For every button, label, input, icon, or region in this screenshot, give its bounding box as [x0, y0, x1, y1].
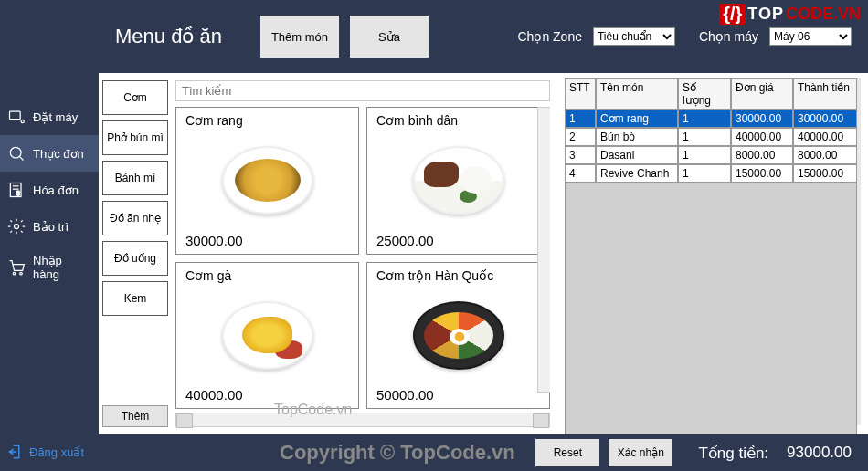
table-header: Số lượng [678, 78, 731, 110]
total-value: 93000.00 [787, 444, 852, 462]
machine-label: Chọn máy [699, 29, 758, 44]
order-table[interactable]: STTTên mónSố lượngĐơn giáThành tiền 1Cơm… [565, 78, 861, 425]
menu-card-name: Cơm trộn Hàn Quốc [376, 268, 540, 283]
menu-card-0[interactable]: Cơm rang30000.00 [175, 107, 359, 255]
svg-text:$: $ [16, 190, 20, 196]
menu-card-name: Cơm gà [185, 268, 349, 283]
menu-card-price: 25000.00 [376, 233, 540, 248]
menu-grid: Cơm rang30000.00Cơm bình dân25000.00Cơm … [175, 107, 550, 409]
sidebar-item-1[interactable]: Thực đơn [0, 135, 99, 172]
svg-point-10 [20, 272, 23, 275]
machine-select[interactable]: Máy 06 [769, 27, 852, 46]
table-filler [565, 183, 861, 438]
menu-card-1[interactable]: Cơm bình dân25000.00 [366, 107, 550, 255]
table-header: Tên món [596, 78, 678, 110]
category-5[interactable]: Kem [102, 281, 168, 316]
table-header: Đơn giá [731, 78, 793, 110]
category-0[interactable]: Cơm [102, 80, 168, 115]
category-3[interactable]: Đồ ăn nhẹ [102, 201, 168, 236]
confirm-button[interactable]: Xác nhận [609, 439, 672, 466]
menu-card-3[interactable]: Cơm trộn Hàn Quốc50000.00 [366, 262, 550, 410]
menu-card-image [376, 131, 540, 231]
table-row[interactable]: 3Dasani18000.008000.00 [565, 146, 861, 164]
scrollbar-horizontal[interactable] [175, 413, 550, 427]
sidebar-item-label: Đặt máy [33, 110, 78, 124]
menu-card-2[interactable]: Cơm gà40000.00 [175, 262, 359, 410]
category-2[interactable]: Bánh mì [102, 161, 168, 195]
sidebar-item-4[interactable]: Nhập hàng [0, 245, 99, 290]
sidebar-item-label: Nhập hàng [33, 254, 91, 281]
category-add-button[interactable]: Thêm [102, 405, 168, 427]
main-area: CơmPhở bún mìBánh mìĐồ ăn nhẹĐồ uốngKemT… [99, 73, 868, 434]
sidebar: Đặt máyThực đơn$Hóa đơnBảo trìNhập hàngĐ… [0, 0, 99, 471]
svg-point-9 [13, 272, 16, 275]
svg-point-2 [10, 147, 21, 158]
svg-point-8 [15, 225, 19, 229]
page-title: Menu đồ ăn [115, 25, 222, 48]
search-input[interactable] [175, 80, 550, 101]
menu-card-image [376, 287, 540, 386]
svg-point-1 [21, 120, 24, 122]
menu-card-name: Cơm bình dân [376, 113, 540, 128]
zone-label: Chọn Zone [517, 29, 581, 44]
sidebar-item-label: Hóa đơn [33, 183, 79, 197]
watermark-logo: {/} TOPCODE.VN [719, 4, 861, 25]
table-header: STT [565, 78, 596, 110]
edit-item-button[interactable]: Sửa [350, 16, 429, 58]
menu-card-price: 30000.00 [185, 233, 349, 248]
sidebar-item-3[interactable]: Bảo trì [0, 208, 99, 245]
menu-card-price: 40000.00 [185, 387, 349, 403]
order-column: STTTên mónSố lượngĐơn giáThành tiền 1Cơm… [557, 73, 868, 434]
reset-button[interactable]: Reset [535, 439, 599, 466]
sidebar-item-label: Bảo trì [33, 220, 69, 234]
table-header: Thành tiền [793, 78, 857, 110]
sidebar-item-label: Thực đơn [33, 147, 84, 161]
logout-button[interactable]: Đăng xuất [7, 444, 84, 460]
sidebar-item-0[interactable]: Đặt máy [0, 99, 99, 135]
sidebar-item-2[interactable]: $Hóa đơn [0, 172, 99, 208]
table-row[interactable]: 2Bún bò140000.0040000.00 [565, 128, 861, 146]
menu-column: Cơm rang30000.00Cơm bình dân25000.00Cơm … [172, 73, 557, 434]
menu-card-image [185, 287, 349, 386]
svg-line-3 [19, 156, 23, 160]
footer: Copyright © TopCode.vn Reset Xác nhận Tổ… [99, 434, 868, 471]
menu-card-price: 50000.00 [376, 387, 540, 403]
category-column: CơmPhở bún mìBánh mìĐồ ăn nhẹĐồ uốngKemT… [99, 73, 172, 434]
svg-rect-0 [10, 111, 21, 119]
table-row[interactable]: 4Revive Chanh115000.0015000.00 [565, 164, 861, 183]
scrollbar-vertical[interactable] [537, 107, 550, 392]
table-row[interactable]: 1Cơm rang130000.0030000.00 [565, 110, 861, 128]
menu-card-name: Cơm rang [185, 113, 349, 128]
category-1[interactable]: Phở bún mì [102, 120, 168, 155]
menu-card-image [185, 131, 349, 231]
zone-select[interactable]: Tiêu chuẩn [593, 27, 675, 46]
category-4[interactable]: Đồ uống [102, 241, 168, 276]
footer-watermark: Copyright © TopCode.vn [280, 441, 515, 465]
add-item-button[interactable]: Thêm món [260, 16, 339, 58]
total-label: Tổng tiền: [698, 444, 768, 463]
